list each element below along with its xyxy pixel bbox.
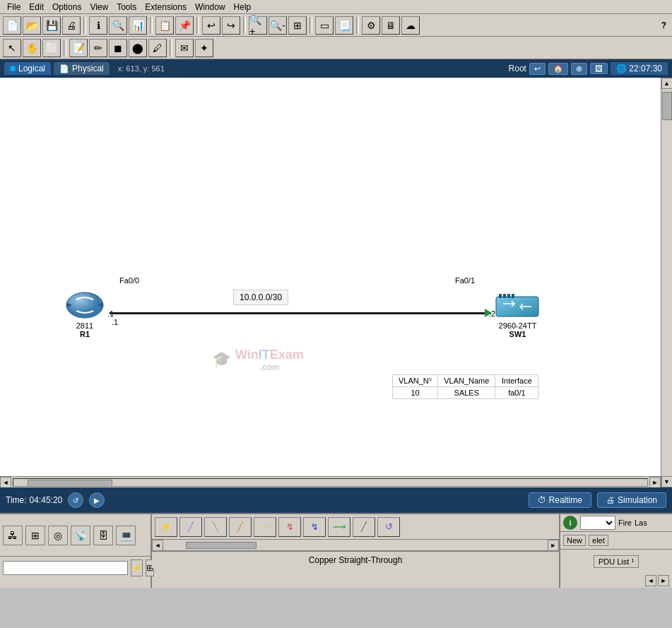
- bottom-panel: 🖧 ⊞ ◎ 📡 🗄 💻 ⚡ ⊞ ⚡ ╱ ╲ ╱ ⋯ ↯ ↯ ⟿ ╱ ↺ ◄: [0, 513, 672, 588]
- open-btn[interactable]: 📂: [23, 16, 41, 35]
- zoom-fit-btn[interactable]: ⊞: [288, 16, 307, 35]
- pdu-btn[interactable]: ✉: [175, 39, 194, 57]
- bottom-hscrollbar[interactable]: ◄ ►: [152, 540, 559, 551]
- select-btn[interactable]: ↖: [3, 39, 21, 57]
- server-icon-btn[interactable]: 🗄: [93, 526, 113, 545]
- save-btn[interactable]: 💾: [42, 16, 61, 35]
- simulation-btn[interactable]: 🖨 Simulation: [597, 492, 666, 508]
- menu-file[interactable]: File: [3, 2, 25, 12]
- cable-cross-btn[interactable]: ╲: [204, 517, 227, 537]
- redo-btn[interactable]: ↪: [222, 16, 240, 35]
- pdu-list-area: PDU List ¹: [560, 550, 672, 574]
- cable-phone-btn[interactable]: ⟿: [328, 517, 350, 537]
- hscroll-thumb2[interactable]: [186, 542, 257, 549]
- back-btn[interactable]: ↩: [529, 63, 546, 75]
- marquee-btn[interactable]: ⬜: [42, 39, 61, 57]
- right-scrollbar[interactable]: ▲ ▼: [661, 78, 672, 487]
- cable-auto-btn[interactable]: ↺: [377, 517, 400, 537]
- menu-edit[interactable]: Edit: [25, 2, 48, 12]
- menu-window[interactable]: Window: [191, 2, 230, 12]
- zoom-out-btn[interactable]: 🔍-: [269, 16, 287, 35]
- pen-btn[interactable]: 🖊: [148, 39, 167, 57]
- new-pdu-btn[interactable]: New: [563, 535, 586, 546]
- pdu-info-icon[interactable]: i: [563, 516, 577, 530]
- device-search-input[interactable]: [3, 561, 128, 575]
- zoom-in-btn[interactable]: 🔍+: [249, 16, 267, 35]
- new-btn[interactable]: 📄: [3, 16, 21, 35]
- device-icons: 🖧 ⊞ ◎ 📡 🗄 💻: [0, 514, 151, 557]
- copy-btn[interactable]: 📋: [155, 16, 174, 35]
- scroll-right-arrow[interactable]: ►: [649, 477, 661, 488]
- ellipse-btn[interactable]: ⬤: [129, 39, 147, 57]
- undo-btn[interactable]: ↩: [202, 16, 220, 35]
- hub-icon-btn[interactable]: ◎: [48, 526, 68, 545]
- realtime-btn[interactable]: ⏱ Realtime: [529, 492, 591, 508]
- physical-tab[interactable]: 📄 Physical: [54, 62, 110, 75]
- switch-icon-btn[interactable]: ⊞: [25, 526, 45, 545]
- cloud-btn[interactable]: ☁: [401, 16, 420, 35]
- last-label: Las: [635, 519, 647, 527]
- pc-icon-btn[interactable]: 💻: [116, 526, 136, 545]
- info-btn[interactable]: ℹ: [89, 16, 107, 35]
- switch-sw1[interactable]: .2 2960-24TT SW1: [495, 290, 541, 338]
- pdu-select[interactable]: [580, 516, 615, 530]
- cable-straight-btn[interactable]: ╱: [179, 517, 202, 537]
- hscroll-right[interactable]: ►: [548, 540, 559, 551]
- canvas[interactable]: .1 2811 R1 Fa0/0 10.0.0.0/30 .1: [0, 78, 672, 487]
- router-r1[interactable]: .1 2811 R1: [64, 290, 106, 338]
- scroll-up-arrow[interactable]: ▲: [661, 78, 673, 89]
- page-btn[interactable]: 📃: [335, 16, 353, 35]
- pdu-nav-left[interactable]: ◄: [645, 575, 656, 586]
- cable-fiber-btn[interactable]: ↯: [303, 517, 326, 537]
- play-btn[interactable]: ▶: [89, 492, 105, 508]
- menu-view[interactable]: View: [86, 2, 112, 12]
- image-btn[interactable]: 🖼: [590, 63, 608, 74]
- scroll-left-arrow[interactable]: ◄: [0, 477, 11, 488]
- pdu-nav-right[interactable]: ►: [658, 575, 669, 586]
- scroll-thumb[interactable]: [662, 92, 672, 120]
- wireless-icon-btn[interactable]: 📡: [71, 526, 90, 545]
- menu-tools[interactable]: Tools: [112, 2, 141, 12]
- hand-btn[interactable]: ✋: [23, 39, 41, 57]
- print-btn[interactable]: 🖨: [62, 16, 81, 35]
- simulation-icon: 🖨: [606, 495, 615, 505]
- pdu-list-btn[interactable]: PDU List ¹: [594, 555, 639, 568]
- hscroll-left[interactable]: ◄: [152, 540, 163, 551]
- help-icon[interactable]: ?: [659, 20, 669, 30]
- modebar: Logical 📄 Physical x: 613, y: 561 Root ↩…: [0, 59, 672, 78]
- cable-rollover-btn[interactable]: ╱: [229, 517, 252, 537]
- delete-pdu-btn[interactable]: elet: [589, 535, 608, 546]
- interface-header: Interface: [495, 375, 538, 387]
- paste-btn[interactable]: 📌: [175, 16, 194, 35]
- cable-lightning-btn[interactable]: ⚡: [155, 517, 177, 537]
- draw-btn[interactable]: ✏: [89, 39, 107, 57]
- nav-btn[interactable]: ⊕: [571, 63, 587, 75]
- lightning-icon[interactable]: ⚡: [131, 559, 143, 576]
- vlan-table: VLAN_N° 10 VLAN_Name SALES Interface fa0…: [392, 374, 538, 399]
- palette-btn[interactable]: 🖥: [382, 16, 400, 35]
- config-btn[interactable]: ⚙: [362, 16, 380, 35]
- shape-btn[interactable]: ◼: [109, 39, 127, 57]
- menu-extensions[interactable]: Extensions: [141, 2, 191, 12]
- complex-btn[interactable]: ✦: [195, 39, 213, 57]
- logical-tab[interactable]: Logical: [4, 62, 51, 75]
- device-label-area: ⚡ ⊞: [0, 557, 151, 579]
- rect-btn[interactable]: ▭: [315, 16, 334, 35]
- menu-help[interactable]: Help: [230, 2, 256, 12]
- pkt-btn[interactable]: 📊: [129, 16, 147, 35]
- menu-options[interactable]: Options: [48, 2, 86, 12]
- note-btn[interactable]: 📝: [69, 39, 88, 57]
- cable-serial-btn[interactable]: ⋯: [254, 517, 276, 537]
- reset-timer-btn[interactable]: ↺: [68, 492, 83, 508]
- router-icon-btn[interactable]: 🖧: [3, 526, 23, 545]
- cable-coax-btn[interactable]: ╱: [353, 517, 375, 537]
- scroll-down-arrow[interactable]: ▼: [661, 476, 673, 487]
- home-btn[interactable]: 🏠: [548, 63, 568, 75]
- canvas-bottom-scrollbar[interactable]: ◄ ►: [0, 476, 661, 487]
- time-label: Time:: [6, 495, 27, 505]
- sep3: [196, 17, 199, 34]
- h-scroll-thumb[interactable]: [28, 480, 112, 487]
- inspect-btn[interactable]: 🔍: [109, 16, 127, 35]
- cable-dce-btn[interactable]: ↯: [278, 517, 301, 537]
- svg-rect-7: [512, 294, 514, 298]
